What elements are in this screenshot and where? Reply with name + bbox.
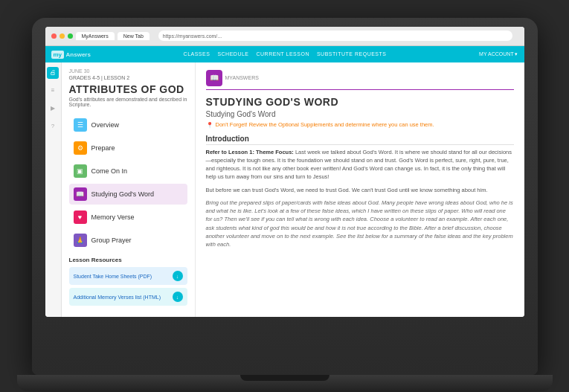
close-btn[interactable] [51,33,57,39]
nav-schedule[interactable]: SCHEDULE [217,51,248,57]
section-badge-icon: 📖 [206,70,222,86]
memory-label: Memory Verse [91,213,135,221]
help-icon[interactable]: ? [47,121,59,132]
nav-item-overview[interactable]: ☰ Overview [69,115,187,135]
laptop-base [17,375,553,391]
nav-item-comeonin[interactable]: ▣ Come On In [69,161,187,181]
maximize-btn[interactable] [68,33,73,39]
resources-title: Lesson Resources [69,257,187,263]
section-divider [206,89,514,90]
laptop-screen: MyAnswers New Tab https://myanswers.com/… [45,27,524,317]
studying-icon: 📖 [74,187,87,201]
memory-icon: ♥ [74,211,87,224]
resource-item-html[interactable]: Additional Memory Verses list (HTML) ↓ [69,288,187,306]
browser-tab[interactable]: MyAnswers [76,32,115,40]
group-label: Group Prayer [91,237,132,244]
print-icon[interactable]: 🖨 [47,67,59,79]
italic-body: Bring out the prepared slips of paper/ca… [206,199,514,249]
app-logo: my Answers [51,51,91,58]
main-layout: 🖨 ≡ ▶ ? JUNE 30 GRADES 4-5 | LESSON 2 AT… [45,62,524,317]
warning-text: Don't Forget! Review the Optional Supple… [216,121,434,128]
lesson-date: JUNE 30 [69,68,187,74]
laptop-hinge [240,375,329,381]
lesson-panel: JUNE 30 GRADES 4-5 | LESSON 2 ATTRIBUTES… [62,62,196,317]
overview-icon: ☰ [74,118,87,132]
nav-classes[interactable]: CLASSES [184,51,210,57]
nav-item-prepare[interactable]: ⚙ Prepare [69,138,187,158]
intro-body: Refer to Lesson 1: Theme Focus: Last wee… [206,148,514,181]
html-download-icon[interactable]: ↓ [173,292,183,302]
content-area: 📖 myanswers STUDYING GOD'S WORD Studying… [196,62,524,317]
url-bar[interactable]: https://myanswers.com/... [158,30,512,41]
studying-label: Studying God's Word [91,190,155,198]
nav-substitute[interactable]: SUBSTITUTE REQUESTS [317,51,387,57]
warning-icon: 📍 [206,122,213,129]
prepare-label: Prepare [91,144,115,152]
para2: But before we can trust God's Word, we n… [206,186,514,194]
app-content: my Answers CLASSES SCHEDULE CURRENT LESS… [45,46,524,317]
top-navigation: my Answers CLASSES SCHEDULE CURRENT LESS… [45,46,524,62]
my-account[interactable]: MY ACCOUNT ▾ [479,51,518,57]
new-tab[interactable]: New Tab [118,32,150,40]
lesson-title: ATTRIBUTES OF GOD [69,83,187,96]
icon-sidebar: 🖨 ≡ ▶ ? [45,62,62,317]
minimize-btn[interactable] [60,33,65,39]
theme-label: Refer to Lesson 1: Theme Focus: [206,149,294,155]
resource-item-pdf[interactable]: Student Take Home Sheets (PDF) ↓ [69,267,187,285]
text-icon[interactable]: ≡ [47,85,59,97]
lesson-resources: Lesson Resources Student Take Home Sheet… [69,257,187,306]
group-icon: 🙏 [74,234,87,247]
lesson-subtitle: GRADES 4-5 | LESSON 2 [69,75,187,80]
nav-item-memory[interactable]: ♥ Memory Verse [69,207,187,228]
content-subtitle: Studying God's Word [206,110,514,118]
top-nav-links: CLASSES SCHEDULE CURRENT LESSON SUBSTITU… [184,51,387,57]
section-badge: 📖 myanswers [206,70,259,86]
prepare-icon: ⚙ [74,141,87,155]
intro-header: Introduction [206,135,514,145]
nav-item-studying[interactable]: 📖 Studying God's Word [69,184,187,205]
content-title: STUDYING GOD'S WORD [206,96,514,108]
section-label: myanswers [225,75,259,80]
lesson-description: God's attributes are demonstrated and de… [69,97,187,107]
browser-chrome: MyAnswers New Tab https://myanswers.com/… [45,27,524,46]
pdf-download-icon[interactable]: ↓ [173,271,183,281]
overview-label: Overview [91,121,120,129]
nav-current-lesson[interactable]: CURRENT LESSON [257,51,309,57]
comeonin-icon: ▣ [74,164,87,178]
laptop-frame: MyAnswers New Tab https://myanswers.com/… [32,18,538,375]
video-icon[interactable]: ▶ [47,103,59,115]
comeonin-label: Come On In [91,167,128,175]
content-warning: 📍 Don't Forget! Review the Optional Supp… [206,121,514,129]
nav-item-group[interactable]: 🙏 Group Prayer [69,230,187,251]
